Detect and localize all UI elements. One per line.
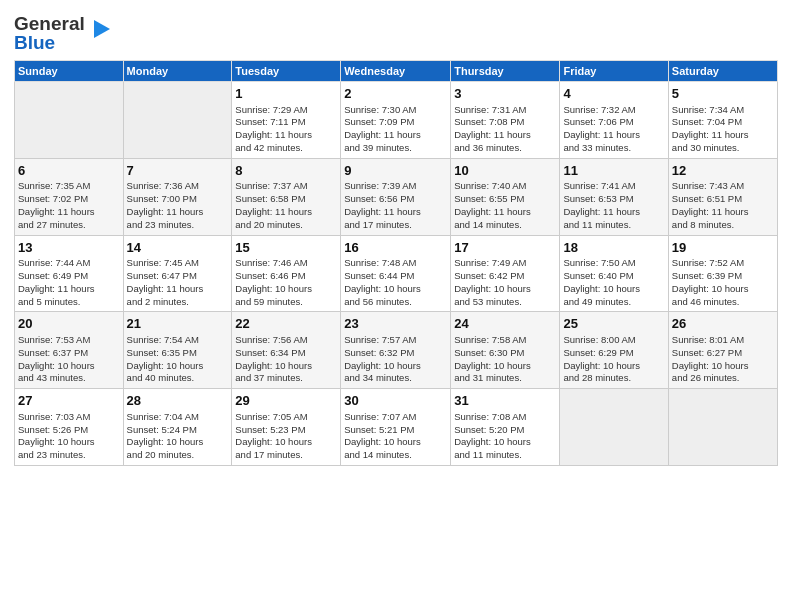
col-header-friday: Friday	[560, 61, 668, 82]
day-number: 26	[672, 315, 774, 333]
day-info: Sunset: 7:00 PM	[127, 193, 229, 206]
day-info: Sunrise: 7:31 AM	[454, 104, 556, 117]
calendar-body: 1Sunrise: 7:29 AMSunset: 7:11 PMDaylight…	[15, 82, 778, 466]
day-info: Daylight: 10 hours	[672, 283, 774, 296]
header: General Blue	[14, 10, 778, 52]
day-info: Daylight: 11 hours	[18, 206, 120, 219]
day-cell-16: 16Sunrise: 7:48 AMSunset: 6:44 PMDayligh…	[341, 235, 451, 312]
week-row-1: 1Sunrise: 7:29 AMSunset: 7:11 PMDaylight…	[15, 82, 778, 159]
empty-cell	[15, 82, 124, 159]
day-cell-7: 7Sunrise: 7:36 AMSunset: 7:00 PMDaylight…	[123, 158, 232, 235]
day-info: Sunset: 6:40 PM	[563, 270, 664, 283]
day-cell-30: 30Sunrise: 7:07 AMSunset: 5:21 PMDayligh…	[341, 389, 451, 466]
day-info: and 36 minutes.	[454, 142, 556, 155]
day-info: Sunrise: 7:44 AM	[18, 257, 120, 270]
day-number: 27	[18, 392, 120, 410]
day-info: Daylight: 11 hours	[18, 283, 120, 296]
day-number: 12	[672, 162, 774, 180]
day-info: Daylight: 10 hours	[672, 360, 774, 373]
day-info: and 39 minutes.	[344, 142, 447, 155]
day-info: Sunset: 5:24 PM	[127, 424, 229, 437]
day-info: and 30 minutes.	[672, 142, 774, 155]
day-cell-31: 31Sunrise: 7:08 AMSunset: 5:20 PMDayligh…	[451, 389, 560, 466]
day-info: Sunrise: 7:34 AM	[672, 104, 774, 117]
day-cell-23: 23Sunrise: 7:57 AMSunset: 6:32 PMDayligh…	[341, 312, 451, 389]
day-cell-26: 26Sunrise: 8:01 AMSunset: 6:27 PMDayligh…	[668, 312, 777, 389]
day-cell-10: 10Sunrise: 7:40 AMSunset: 6:55 PMDayligh…	[451, 158, 560, 235]
day-number: 24	[454, 315, 556, 333]
day-info: and 31 minutes.	[454, 372, 556, 385]
day-cell-13: 13Sunrise: 7:44 AMSunset: 6:49 PMDayligh…	[15, 235, 124, 312]
day-info: Sunset: 6:30 PM	[454, 347, 556, 360]
day-info: Sunrise: 7:50 AM	[563, 257, 664, 270]
col-header-monday: Monday	[123, 61, 232, 82]
day-info: Daylight: 10 hours	[563, 360, 664, 373]
day-number: 19	[672, 239, 774, 257]
day-info: and 34 minutes.	[344, 372, 447, 385]
day-info: Sunrise: 7:30 AM	[344, 104, 447, 117]
day-info: Sunset: 5:23 PM	[235, 424, 337, 437]
day-number: 23	[344, 315, 447, 333]
day-info: and 40 minutes.	[127, 372, 229, 385]
day-info: Sunset: 6:49 PM	[18, 270, 120, 283]
day-number: 5	[672, 85, 774, 103]
day-info: and 49 minutes.	[563, 296, 664, 309]
day-number: 31	[454, 392, 556, 410]
day-number: 29	[235, 392, 337, 410]
day-info: Sunrise: 7:29 AM	[235, 104, 337, 117]
day-info: and 8 minutes.	[672, 219, 774, 232]
day-info: Daylight: 11 hours	[672, 206, 774, 219]
day-cell-6: 6Sunrise: 7:35 AMSunset: 7:02 PMDaylight…	[15, 158, 124, 235]
empty-cell	[668, 389, 777, 466]
day-info: Daylight: 11 hours	[344, 206, 447, 219]
day-info: Sunset: 7:06 PM	[563, 116, 664, 129]
day-info: Sunset: 7:11 PM	[235, 116, 337, 129]
day-info: Daylight: 11 hours	[454, 129, 556, 142]
day-info: Sunset: 6:51 PM	[672, 193, 774, 206]
day-info: Sunrise: 7:39 AM	[344, 180, 447, 193]
day-info: and 20 minutes.	[127, 449, 229, 462]
day-info: Sunrise: 7:04 AM	[127, 411, 229, 424]
week-row-3: 13Sunrise: 7:44 AMSunset: 6:49 PMDayligh…	[15, 235, 778, 312]
col-header-thursday: Thursday	[451, 61, 560, 82]
day-info: Sunrise: 7:57 AM	[344, 334, 447, 347]
day-info: and 56 minutes.	[344, 296, 447, 309]
day-info: Sunset: 6:53 PM	[563, 193, 664, 206]
day-info: Sunset: 6:55 PM	[454, 193, 556, 206]
col-header-sunday: Sunday	[15, 61, 124, 82]
day-cell-9: 9Sunrise: 7:39 AMSunset: 6:56 PMDaylight…	[341, 158, 451, 235]
col-header-saturday: Saturday	[668, 61, 777, 82]
day-info: Daylight: 10 hours	[344, 360, 447, 373]
day-cell-3: 3Sunrise: 7:31 AMSunset: 7:08 PMDaylight…	[451, 82, 560, 159]
day-info: Sunrise: 7:05 AM	[235, 411, 337, 424]
day-info: and 26 minutes.	[672, 372, 774, 385]
day-cell-15: 15Sunrise: 7:46 AMSunset: 6:46 PMDayligh…	[232, 235, 341, 312]
day-info: Daylight: 10 hours	[127, 360, 229, 373]
day-info: and 11 minutes.	[563, 219, 664, 232]
calendar-header-row: SundayMondayTuesdayWednesdayThursdayFrid…	[15, 61, 778, 82]
day-cell-5: 5Sunrise: 7:34 AMSunset: 7:04 PMDaylight…	[668, 82, 777, 159]
day-info: Daylight: 10 hours	[235, 283, 337, 296]
day-info: Sunset: 7:09 PM	[344, 116, 447, 129]
day-cell-28: 28Sunrise: 7:04 AMSunset: 5:24 PMDayligh…	[123, 389, 232, 466]
day-info: Sunrise: 7:52 AM	[672, 257, 774, 270]
logo: General Blue	[14, 14, 116, 52]
day-number: 14	[127, 239, 229, 257]
day-info: Sunrise: 7:46 AM	[235, 257, 337, 270]
day-info: and 33 minutes.	[563, 142, 664, 155]
day-number: 13	[18, 239, 120, 257]
day-info: Sunset: 6:56 PM	[344, 193, 447, 206]
day-number: 16	[344, 239, 447, 257]
logo-general: General	[14, 14, 85, 33]
day-info: Sunset: 6:42 PM	[454, 270, 556, 283]
day-cell-18: 18Sunrise: 7:50 AMSunset: 6:40 PMDayligh…	[560, 235, 668, 312]
day-info: Sunrise: 7:49 AM	[454, 257, 556, 270]
day-info: Sunset: 6:44 PM	[344, 270, 447, 283]
day-info: Sunset: 6:34 PM	[235, 347, 337, 360]
day-info: and 14 minutes.	[344, 449, 447, 462]
day-info: Sunrise: 7:56 AM	[235, 334, 337, 347]
day-info: Daylight: 10 hours	[18, 436, 120, 449]
day-info: Daylight: 11 hours	[127, 206, 229, 219]
day-info: Daylight: 10 hours	[235, 360, 337, 373]
day-info: Sunrise: 7:37 AM	[235, 180, 337, 193]
